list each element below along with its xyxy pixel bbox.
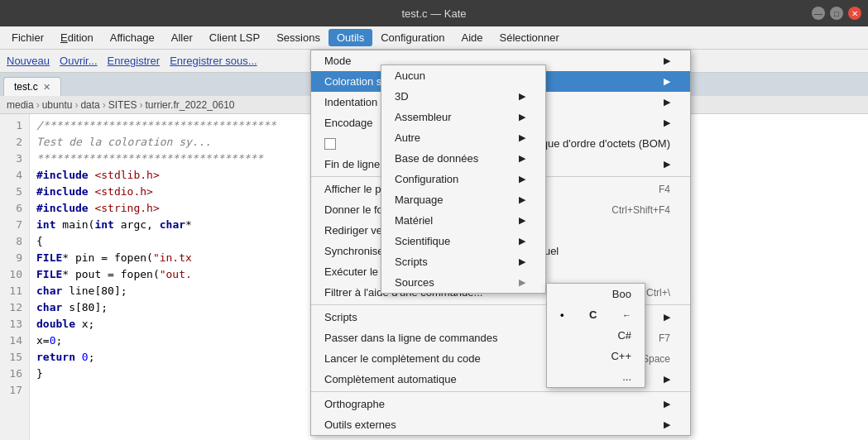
arrow-icon: ▶ <box>664 374 670 385</box>
menu-col-marquage[interactable]: Marquage ▶ <box>381 189 545 210</box>
toolbar-enregistrer-sous[interactable]: Enregistrer sous... <box>170 55 257 67</box>
breadcrumb-sep-4: › <box>139 99 142 111</box>
menu-scripts-boo[interactable]: Boo <box>547 284 645 304</box>
arrow-icon: ▶ <box>664 399 670 409</box>
menu-col-autre[interactable]: Autre ▶ <box>381 127 545 148</box>
arrow-icon: ▶ <box>519 277 525 288</box>
arrow-icon: ▶ <box>519 91 525 102</box>
arrow-icon: ▶ <box>519 236 525 246</box>
menu-scripts-more[interactable]: ... <box>547 366 645 387</box>
tab-test-c[interactable]: test.c ✕ <box>3 77 61 96</box>
separator-3 <box>311 391 690 392</box>
menu-col-bdd[interactable]: Base de données ▶ <box>381 148 545 169</box>
menu-scripts-cpp[interactable]: C++ <box>547 346 645 366</box>
arrow-icon: ▶ <box>519 256 525 267</box>
menu-col-scientifique[interactable]: Scientifique ▶ <box>381 231 545 251</box>
close-button[interactable]: ✕ <box>848 7 861 20</box>
arrow-icon: ▶ <box>519 174 525 184</box>
breadcrumb-folder: turrier.fr_2022_0610 <box>145 99 234 111</box>
menu-item-outils-externes[interactable]: Outils externes ▶ <box>311 414 690 435</box>
menu-aide[interactable]: Aide <box>453 29 491 46</box>
menu-client-lsp[interactable]: Client LSP <box>201 29 268 46</box>
menu-coloration-dropdown: Aucun 3D ▶ Assembleur ▶ Autre ▶ Base de … <box>381 65 546 294</box>
menu-scripts-dropdown: Boo • C ← C# C++ ... <box>546 283 645 388</box>
menu-col-3d[interactable]: 3D ▶ <box>381 86 545 107</box>
toolbar-enregistrer[interactable]: Enregistrer <box>108 55 161 67</box>
breadcrumb-sites: SITES <box>108 99 137 111</box>
arrow-icon: ▶ <box>664 76 670 87</box>
menu-item-orthographe[interactable]: Orthographe ▶ <box>311 394 690 414</box>
menu-affichage[interactable]: Affichage <box>102 29 163 46</box>
menu-col-configuration[interactable]: Configuration ▶ <box>381 169 545 189</box>
arrow-icon: ▶ <box>519 153 525 164</box>
menu-col-materiel[interactable]: Matériel ▶ <box>381 210 545 231</box>
menu-edition[interactable]: Edition <box>52 29 102 46</box>
arrow-icon: ▶ <box>519 132 525 143</box>
breadcrumb-sep-1: › <box>36 99 40 111</box>
menu-scripts-c[interactable]: • C ← <box>547 304 645 325</box>
menu-outils[interactable]: Outils <box>328 29 372 46</box>
menubar: Fichier Edition Affichage Aller Client L… <box>0 26 868 50</box>
breadcrumb-sep-2: › <box>74 99 78 111</box>
menu-scripts-csharp[interactable]: C# <box>547 325 645 346</box>
tab-close-button[interactable]: ✕ <box>43 82 50 93</box>
toolbar-nouveau[interactable]: Nouveau <box>7 55 50 67</box>
tab-label: test.c <box>14 81 38 93</box>
menu-col-assembleur[interactable]: Assembleur ▶ <box>381 107 545 127</box>
titlebar: test.c — Kate — □ ✕ <box>0 0 868 26</box>
arrow-icon: ▶ <box>664 55 670 66</box>
line-numbers: 12345 678910 1112131415 1617 <box>0 114 30 440</box>
menu-aller[interactable]: Aller <box>163 29 201 46</box>
breadcrumb-media: media <box>7 99 34 111</box>
menu-fichier[interactable]: Fichier <box>3 29 52 46</box>
arrow-icon: ▶ <box>664 117 670 128</box>
breadcrumb-data: data <box>80 99 99 111</box>
maximize-button[interactable]: □ <box>830 7 843 20</box>
arrow-icon: ▶ <box>664 312 670 323</box>
bullet-icon: • <box>560 308 564 321</box>
minimize-button[interactable]: — <box>812 7 825 20</box>
arrow-icon: ▶ <box>519 194 525 205</box>
arrow-icon: ▶ <box>664 419 670 430</box>
bom-checkbox[interactable] <box>324 138 336 150</box>
window-controls: — □ ✕ <box>812 7 861 20</box>
toolbar-ouvrir[interactable]: Ouvrir... <box>60 55 98 67</box>
menu-col-sources[interactable]: Sources ▶ <box>381 272 545 293</box>
window-title: test.c — Kate <box>56 7 812 20</box>
breadcrumb-sep-3: › <box>103 99 106 111</box>
menu-col-scripts[interactable]: Scripts ▶ <box>381 251 545 272</box>
menu-sessions[interactable]: Sessions <box>268 29 328 46</box>
arrow-icon: ▶ <box>519 112 525 122</box>
arrow-icon: ▶ <box>664 159 670 170</box>
breadcrumb-ubuntu: ubuntu <box>42 99 73 111</box>
arrow-right-icon: ← <box>622 310 631 320</box>
arrow-icon: ▶ <box>664 97 670 108</box>
menu-col-aucun[interactable]: Aucun <box>381 65 545 86</box>
menu-selectionner[interactable]: Sélectionner <box>492 29 568 46</box>
arrow-icon: ▶ <box>519 215 525 226</box>
menu-configuration[interactable]: Configuration <box>372 29 453 46</box>
